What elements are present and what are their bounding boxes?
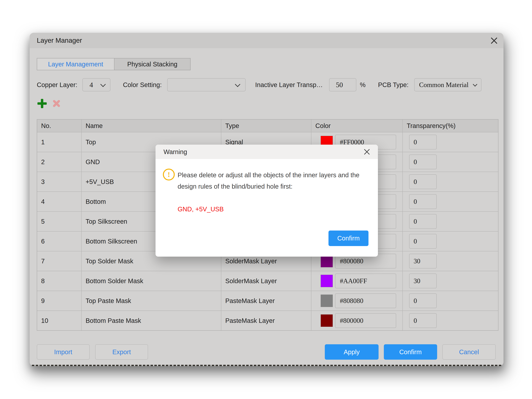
inactive-transparency-value: 50 (336, 81, 343, 89)
window-title: Layer Manager (37, 37, 82, 44)
color-swatch[interactable] (321, 314, 333, 327)
cell-transparency: 0 (403, 211, 498, 231)
color-swatch[interactable] (321, 275, 333, 287)
cell-type: PasteMask Layer (221, 291, 311, 310)
cell-transparency: 30 (403, 251, 498, 271)
transparency-input[interactable]: 0 (409, 194, 437, 209)
transparency-input[interactable]: 0 (409, 313, 437, 328)
layer-toolbar (37, 99, 61, 108)
cell-no: 1 (37, 132, 82, 152)
transparency-input[interactable]: 0 (409, 293, 437, 308)
cell-transparency: 30 (403, 271, 498, 291)
import-button[interactable]: Import (37, 344, 90, 360)
percent-label: % (360, 81, 366, 89)
cell-type: PasteMask Layer (221, 310, 311, 330)
table-row: 9 Top Paste Mask PasteMask Layer #808080… (37, 291, 498, 310)
pcb-type-value: Common Material (419, 81, 469, 89)
cell-no: 3 (37, 172, 82, 191)
transparency-input[interactable]: 0 (409, 214, 437, 229)
inactive-transparency-label: Inactive Layer Transp… (255, 81, 323, 89)
tab-bar: Layer Management Physical Stacking (37, 58, 190, 70)
copper-layer-value: 4 (89, 81, 93, 89)
cell-color: #808080 (311, 291, 403, 310)
cancel-button-label: Cancel (459, 348, 479, 356)
pcb-type-select[interactable]: Common Material (414, 78, 481, 91)
warning-message: Please delete or adjust all the objects … (177, 169, 376, 192)
confirm-button[interactable]: Confirm (384, 344, 437, 360)
copper-layer-select[interactable]: 4 (82, 78, 110, 91)
warning-confirm-button[interactable]: Confirm (329, 231, 368, 246)
header-no: No. (37, 120, 82, 132)
cell-type: SolderMask Layer (221, 271, 311, 291)
import-button-label: Import (54, 348, 72, 356)
cell-transparency: 0 (403, 152, 498, 172)
cell-no: 4 (37, 191, 82, 211)
cell-name: Top Paste Mask (82, 291, 221, 310)
tab-label: Physical Stacking (127, 61, 177, 68)
warning-dialog-close-button[interactable] (363, 148, 370, 155)
warning-dialog-titlebar: Warning (156, 145, 378, 159)
cell-transparency: 0 (403, 132, 498, 152)
transparency-input[interactable]: 0 (409, 155, 437, 169)
header-color: Color (311, 120, 403, 132)
cell-color: #800000 (311, 310, 403, 330)
tab-label: Layer Management (48, 61, 103, 68)
cell-no: 7 (37, 251, 82, 271)
color-hex-input[interactable]: #AA00FF (335, 273, 396, 288)
add-layer-icon[interactable] (37, 99, 47, 108)
tab-layer-management[interactable]: Layer Management (37, 58, 114, 70)
table-row: 8 Bottom Solder Mask SolderMask Layer #A… (37, 271, 498, 291)
warning-dialog: Warning ! Please delete or adjust all th… (156, 145, 378, 257)
export-button[interactable]: Export (95, 344, 148, 360)
warning-icon: ! (163, 169, 175, 180)
transparency-input[interactable]: 0 (409, 234, 437, 249)
cell-no: 8 (37, 271, 82, 291)
pcb-type-label: PCB Type: (378, 81, 408, 89)
screen: Layer Manager Layer Management Physical … (0, 0, 532, 399)
color-hex-input[interactable]: #808080 (335, 293, 396, 308)
cell-name: Bottom Paste Mask (82, 310, 221, 330)
color-hex-input[interactable]: #800000 (335, 313, 396, 328)
color-setting-label: Color Setting: (123, 81, 162, 89)
cell-transparency: 0 (403, 231, 498, 251)
inactive-transparency-input[interactable]: 50 (329, 78, 356, 91)
warning-confirm-label: Confirm (337, 235, 360, 242)
color-setting-select[interactable] (167, 78, 246, 91)
cell-no: 2 (37, 152, 82, 172)
cell-color: #AA00FF (311, 271, 403, 291)
transparency-input[interactable]: 30 (409, 254, 437, 268)
cell-transparency: 0 (403, 191, 498, 211)
warning-affected-layers: GND, +5V_USB (177, 203, 224, 215)
chevron-down-icon (235, 82, 240, 87)
cell-transparency: 0 (403, 310, 498, 330)
close-icon (363, 148, 370, 155)
header-name: Name (82, 120, 221, 132)
cell-no: 6 (37, 231, 82, 251)
delete-layer-icon[interactable] (52, 99, 61, 108)
header-transparency: Transparency(%) (403, 120, 498, 132)
close-icon (490, 37, 498, 44)
transparency-input[interactable]: 0 (409, 135, 437, 149)
export-button-label: Export (112, 348, 131, 356)
cell-no: 5 (37, 211, 82, 231)
cancel-button[interactable]: Cancel (442, 344, 496, 360)
cell-no: 9 (37, 291, 82, 310)
tab-physical-stacking[interactable]: Physical Stacking (114, 58, 190, 70)
transparency-input[interactable]: 0 (409, 174, 437, 189)
chevron-down-icon (101, 82, 106, 87)
transparency-input[interactable]: 30 (409, 273, 437, 288)
copper-layer-label: Copper Layer: (37, 81, 77, 89)
apply-button-label: Apply (344, 348, 360, 356)
header-type: Type (221, 120, 311, 132)
window-titlebar: Layer Manager (30, 33, 504, 48)
cell-transparency: 0 (403, 291, 498, 310)
cell-no: 10 (37, 310, 82, 330)
apply-button[interactable]: Apply (325, 344, 379, 360)
window-close-button[interactable] (490, 37, 498, 44)
chevron-down-icon (473, 82, 477, 87)
color-swatch[interactable] (321, 295, 333, 307)
cell-name: Bottom Solder Mask (82, 271, 221, 291)
color-swatch[interactable] (321, 255, 333, 267)
cell-transparency: 0 (403, 172, 498, 191)
confirm-button-label: Confirm (399, 348, 422, 356)
